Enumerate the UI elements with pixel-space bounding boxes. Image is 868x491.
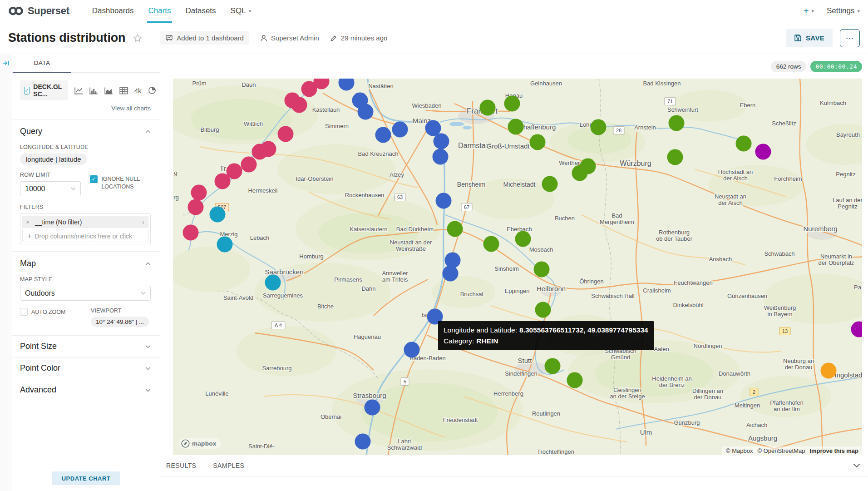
unchecked-checkbox-icon[interactable] [20,308,28,316]
map-point-purple[interactable] [755,144,771,160]
auto-zoom-checkbox-group[interactable]: AUTO ZOOM [20,307,91,316]
ignore-null-checkbox-group[interactable]: ✓ IGNORE NULL LOCATIONS [90,175,151,191]
map-point-green[interactable] [534,262,550,278]
map-section-header[interactable]: Map [20,259,151,268]
nav-item-sql[interactable]: SQL▾ [223,0,259,22]
map-point-blue[interactable] [434,134,449,149]
map-point-blue[interactable] [339,79,355,91]
nav-item-dashboards[interactable]: Dashboards [85,0,141,22]
update-chart-button[interactable]: UPDATE CHART [52,471,121,485]
map-point-pink[interactable] [183,225,199,241]
view-all-charts-link[interactable]: View all charts [111,105,151,112]
superset-logo[interactable]: Superset [8,5,69,17]
map-point-blue[interactable] [433,149,449,165]
query-section-header[interactable]: Query [20,127,151,136]
map-point-green[interactable] [480,100,496,116]
map-point-purple[interactable] [851,322,863,337]
filter-pill[interactable]: × __time (No filter) › [22,216,148,228]
highway-shield: 67 [461,203,472,211]
map-point-pink[interactable] [301,81,317,97]
checked-checkbox-icon[interactable]: ✓ [90,175,98,183]
bar-chart-icon[interactable] [89,87,98,94]
map-point-green[interactable] [515,231,531,247]
expand-panel-icon[interactable] [2,60,10,67]
map-city-label: Aichach [746,422,767,428]
osm-attribution-link[interactable]: © OpenStreetMap [757,447,805,454]
improve-map-link[interactable]: Improve this map [809,447,858,454]
map-point-orange[interactable] [821,363,837,379]
row-limit-select[interactable]: 10000 [20,181,81,196]
top-navbar: Superset DashboardsChartsDatasetsSQL▾ + … [0,0,868,22]
map-point-green[interactable] [669,115,685,131]
line-chart-icon[interactable] [74,87,83,94]
remove-filter-icon[interactable]: × [22,218,33,226]
save-button[interactable]: SAVE [786,29,833,47]
new-item-button[interactable]: + ▾ [804,6,814,16]
favorite-star-icon[interactable] [133,33,143,43]
map-point-pink[interactable] [278,126,294,142]
header-badge-1: Superset Admin [260,34,319,42]
tab-samples[interactable]: SAMPLES [213,462,244,469]
map-point-green[interactable] [483,236,499,252]
map-point-green[interactable] [504,96,520,112]
mapbox-logo[interactable]: mapbox [179,438,221,449]
section-advanced[interactable]: Advanced [12,379,160,401]
map-point-green[interactable] [447,221,463,237]
map-point-blue[interactable] [425,120,441,136]
map-point-pink[interactable] [291,97,307,113]
map-city-label: Bitburg [200,126,219,133]
map-point-pink[interactable] [188,199,204,215]
map-point-pink[interactable] [191,185,207,201]
viz-4k-badge[interactable]: 4k [134,87,142,94]
map-point-blue[interactable] [392,122,408,138]
map-point-blue[interactable] [365,400,380,416]
lonlat-value-pill[interactable]: longitude | latitude [20,154,87,165]
collapse-results-icon[interactable] [853,463,860,468]
nav-item-label: Datasets [186,6,216,15]
pie-chart-icon[interactable] [148,86,156,94]
map-point-green[interactable] [591,119,607,135]
more-options-button[interactable]: ⋯ [840,29,860,47]
map-point-cyan[interactable] [265,275,281,291]
map-point-green[interactable] [530,134,546,150]
deckgl-scatter-map[interactable]: PrümDaunNastättenGelnhausenBad Kissingen… [173,79,862,455]
tooltip-lonlat-value: 8.305563766511732, 49.0389774795334 [519,326,648,334]
panel-collapse-strip[interactable] [0,54,12,491]
nav-item-charts[interactable]: Charts [141,0,178,22]
viewport-value-pill[interactable]: 10° 24' 49.86" | ... [91,317,149,327]
viz-type-selected[interactable]: ✓ DECK.GL SC... [20,80,68,100]
table-icon[interactable] [119,87,128,94]
map-point-green[interactable] [736,136,752,152]
map-point-green[interactable] [580,159,596,174]
settings-menu[interactable]: Settings ▾ [827,6,860,15]
map-point-blue[interactable] [355,434,371,450]
filter-drop-zone[interactable]: + Drop columns/metrics here or click [22,230,148,242]
header-badge-0[interactable]: Added to 1 dashboard [160,31,249,45]
map-point-cyan[interactable] [210,207,226,223]
area-chart-icon[interactable] [104,87,113,94]
tab-data[interactable]: DATA [13,54,71,73]
map-point-blue[interactable] [404,342,420,358]
map-point-green[interactable] [535,302,551,318]
map-point-pink[interactable] [241,157,257,173]
map-point-blue[interactable] [358,104,374,120]
map-point-green[interactable] [542,176,558,192]
map-point-green[interactable] [567,372,583,388]
map-point-pink[interactable] [252,144,268,160]
section-point-color[interactable]: Point Color [12,357,160,379]
map-point-green[interactable] [545,358,561,374]
map-point-blue[interactable] [436,193,452,209]
map-point-pink[interactable] [215,174,231,189]
map-point-blue[interactable] [443,266,459,282]
map-point-green[interactable] [667,149,683,165]
nav-item-datasets[interactable]: Datasets [178,0,223,22]
map-canvas[interactable]: PrümDaunNastättenGelnhausenBad Kissingen… [173,79,862,455]
map-point-green[interactable] [508,119,524,135]
map-point-blue[interactable] [375,127,391,143]
section-point-size[interactable]: Point Size [12,336,160,357]
highway-shield: 13 [779,327,790,335]
tab-results[interactable]: RESULTS [166,462,196,469]
mapbox-attribution-link[interactable]: © Mapbox [726,447,753,454]
map-point-cyan[interactable] [217,237,233,253]
map-style-select[interactable]: Outdoors [20,286,151,301]
